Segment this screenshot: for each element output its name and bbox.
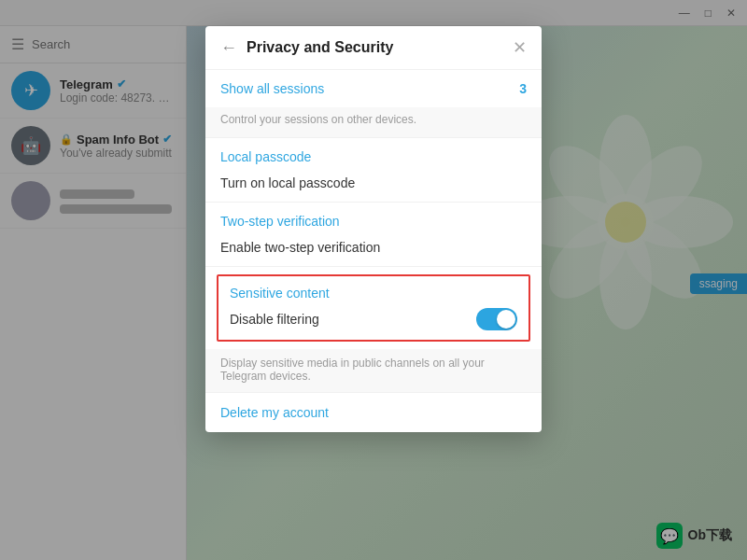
sessions-link[interactable]: Show all sessions <box>220 81 324 96</box>
delete-account-label[interactable]: Delete my account <box>220 405 329 420</box>
delete-account-row[interactable]: Delete my account <box>205 393 542 432</box>
disable-filtering-label: Disable filtering <box>230 312 319 327</box>
sensitive-content-inner: Sensitive content Disable filtering <box>218 276 529 340</box>
local-passcode-item[interactable]: Turn on local passcode <box>220 172 527 202</box>
modal-header: ← Privacy and Security ✕ <box>205 26 542 70</box>
modal-close-button[interactable]: ✕ <box>513 39 527 56</box>
privacy-security-modal: ← Privacy and Security ✕ Show all sessio… <box>205 26 542 432</box>
modal-back-button[interactable]: ← <box>220 39 237 56</box>
local-passcode-section: Local passcode Turn on local passcode <box>205 138 542 202</box>
toggle-knob <box>497 310 515 329</box>
local-passcode-title: Local passcode <box>220 149 527 164</box>
sensitive-content-row: Disable filtering <box>230 308 517 330</box>
sessions-row[interactable]: Show all sessions 3 <box>205 70 542 107</box>
sensitive-content-description: Display sensitive media in public channe… <box>205 349 542 392</box>
two-step-title: Two-step verification <box>220 214 527 229</box>
modal-title: Privacy and Security <box>247 39 503 56</box>
modal-body: Show all sessions 3 Control your session… <box>205 70 542 432</box>
separator-3 <box>205 266 542 267</box>
sensitive-content-title: Sensitive content <box>230 286 517 301</box>
sensitive-content-highlighted: Sensitive content Disable filtering <box>217 274 530 342</box>
app-window: — □ ✕ ☰ ✈ Telegram ✔ Login code: 48273. … <box>0 0 747 560</box>
two-step-item[interactable]: Enable two-step verification <box>220 236 527 266</box>
sessions-description: Control your sessions on other devices. <box>205 107 542 137</box>
two-step-section: Two-step verification Enable two-step ve… <box>205 203 542 266</box>
sessions-count-badge: 3 <box>519 81 527 96</box>
disable-filtering-toggle[interactable] <box>476 308 517 330</box>
